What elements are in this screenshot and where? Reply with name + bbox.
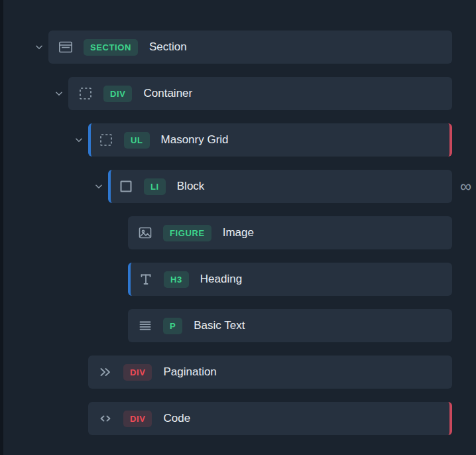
tree-row-basic-text[interactable]: P Basic Text	[128, 309, 452, 342]
tree-line-container: DIV Container	[50, 77, 452, 110]
tree-row-code[interactable]: DIV Code	[88, 402, 452, 435]
tag-badge: DIV	[123, 411, 152, 427]
element-label: Image	[223, 226, 254, 239]
tag-badge: UL	[124, 132, 150, 149]
tree-line-code: DIV Code	[70, 402, 452, 435]
tree-line-heading: H3 Heading	[109, 263, 452, 296]
tree-line-masonry-grid: UL Masonry Grid	[70, 123, 452, 157]
element-label: Container	[143, 87, 192, 100]
tree-line-pagination: DIV Pagination	[70, 356, 452, 389]
chevron-down-icon[interactable]	[70, 135, 88, 145]
block-icon	[118, 178, 134, 194]
tree-row-block[interactable]: LI Block ∞	[108, 170, 452, 203]
element-label: Heading	[200, 273, 242, 286]
chevron-down-icon[interactable]	[50, 89, 68, 98]
layers-panel: SECTION Section DIV Container UL Masonry…	[0, 0, 476, 455]
section-icon	[58, 39, 74, 55]
tree-row-pagination[interactable]: DIV Pagination	[88, 356, 452, 389]
tag-badge: LI	[144, 178, 166, 195]
grid-icon	[98, 132, 114, 148]
code-icon	[97, 411, 113, 426]
heading-icon	[138, 271, 154, 287]
element-label: Basic Text	[194, 319, 245, 332]
container-icon	[78, 86, 93, 101]
element-label: Section	[149, 40, 187, 54]
element-label: Pagination	[163, 365, 216, 379]
tag-badge: SECTION	[84, 39, 138, 56]
tree-row-image[interactable]: FIGURE Image	[128, 216, 452, 249]
tree-row-container[interactable]: DIV Container	[68, 77, 452, 110]
tag-badge: DIV	[103, 86, 132, 102]
text-lines-icon	[137, 318, 153, 334]
chevron-down-icon[interactable]	[30, 42, 48, 52]
tag-badge: DIV	[123, 364, 152, 381]
element-label: Masonry Grid	[161, 133, 229, 147]
tree-row-section[interactable]: SECTION Section	[48, 31, 452, 64]
tag-badge: P	[163, 318, 182, 334]
tree-line-block: LI Block ∞	[89, 170, 452, 203]
tree-line-section: SECTION Section	[30, 31, 452, 64]
tag-badge: H3	[164, 271, 189, 288]
element-label: Code	[163, 412, 190, 425]
tag-badge: FIGURE	[163, 225, 211, 241]
tree-line-image: FIGURE Image	[109, 216, 452, 249]
tree-row-masonry-grid[interactable]: UL Masonry Grid	[88, 123, 452, 157]
element-label: Block	[177, 180, 205, 193]
tree-row-heading[interactable]: H3 Heading	[128, 263, 452, 296]
image-icon	[137, 225, 153, 241]
double-chevron-icon	[97, 364, 113, 380]
infinity-icon[interactable]: ∞	[460, 178, 471, 194]
chevron-down-icon[interactable]	[89, 182, 108, 191]
tree-line-basic-text: P Basic Text	[109, 309, 452, 342]
